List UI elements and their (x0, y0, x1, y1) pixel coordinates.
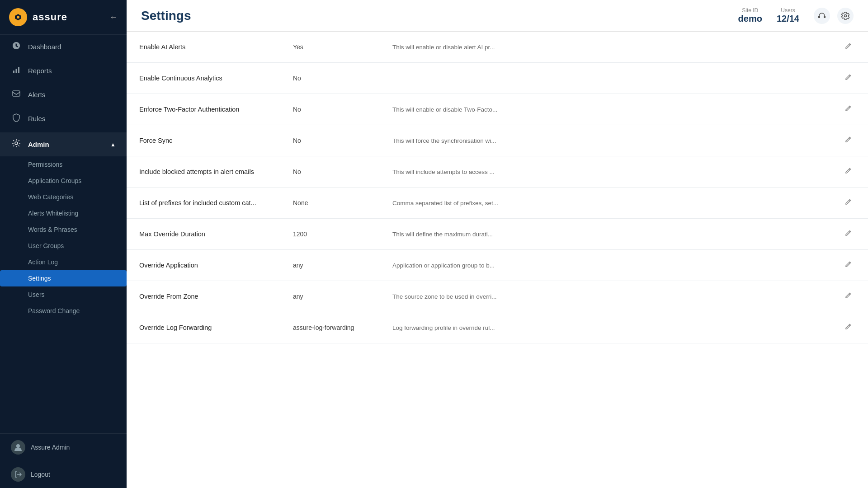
settings-button[interactable] (837, 8, 854, 24)
table-row: Override Application any Application or … (127, 250, 868, 281)
setting-value: 1200 (280, 219, 380, 250)
setting-name: Max Override Duration (127, 219, 280, 250)
topbar: Settings Site ID demo Users 12/14 (127, 0, 868, 32)
setting-description: The source zone to be used in overri... (380, 281, 828, 312)
table-row: Enable AI Alerts Yes This will enable or… (127, 32, 868, 63)
setting-description: Comma separated list of prefixes, set... (380, 188, 828, 219)
edit-button[interactable] (841, 321, 855, 334)
dashboard-icon (11, 41, 22, 52)
edit-button[interactable] (841, 197, 855, 209)
setting-description: This will force the synchronisation wi..… (380, 125, 828, 156)
svg-rect-6 (18, 67, 19, 73)
edit-button[interactable] (841, 228, 855, 240)
table-row: Force Sync No This will force the synchr… (127, 125, 868, 156)
edit-button[interactable] (841, 103, 855, 116)
user-avatar (11, 440, 25, 455)
users-stat: Users 12/14 (777, 7, 799, 24)
edit-button[interactable] (841, 290, 855, 303)
svg-point-8 (15, 142, 18, 145)
edit-button[interactable] (841, 259, 855, 272)
site-id-label: Site ID (738, 7, 762, 14)
svg-point-12 (844, 14, 847, 17)
setting-edit-cell (828, 156, 868, 188)
sidebar-logout-label: Logout (31, 471, 50, 478)
svg-rect-11 (824, 16, 826, 18)
svg-rect-7 (13, 91, 20, 96)
settings-table: Enable AI Alerts Yes This will enable or… (127, 32, 868, 343)
page-title: Settings (141, 9, 729, 23)
sidebar-item-reports[interactable]: Reports (0, 59, 127, 83)
setting-value: assure-log-forwarding (280, 312, 380, 343)
sidebar-item-reports-label: Reports (28, 67, 52, 75)
sidebar-item-alerts-label: Alerts (28, 91, 45, 99)
headset-button[interactable] (814, 8, 830, 24)
sidebar-item-permissions[interactable]: Permissions (0, 156, 127, 173)
setting-value: Yes (280, 32, 380, 63)
app-logo-text: assure (33, 11, 67, 23)
sidebar-item-user-groups[interactable]: User Groups (0, 238, 127, 254)
sidebar-item-dashboard-label: Dashboard (28, 43, 61, 51)
sidebar-item-users[interactable]: Users (0, 286, 127, 303)
setting-edit-cell (828, 94, 868, 125)
setting-value: any (280, 250, 380, 281)
setting-edit-cell (828, 281, 868, 312)
sidebar: assure ← Dashboard Reports (0, 0, 127, 488)
setting-description: Application or application group to b... (380, 250, 828, 281)
sidebar-logout-item[interactable]: Logout (0, 461, 127, 488)
setting-edit-cell (828, 188, 868, 219)
users-value: 12/14 (777, 14, 799, 24)
setting-value: No (280, 156, 380, 188)
sidebar-item-words-phrases[interactable]: Words & Phrases (0, 221, 127, 238)
sidebar-item-application-groups[interactable]: Application Groups (0, 173, 127, 189)
edit-button[interactable] (841, 72, 855, 84)
setting-value: any (280, 281, 380, 312)
setting-edit-cell (828, 219, 868, 250)
rules-icon (11, 113, 22, 124)
main-content: Settings Site ID demo Users 12/14 (127, 0, 868, 488)
sidebar-item-settings[interactable]: Settings (0, 270, 127, 286)
setting-description: This will enable or disable Two-Facto... (380, 94, 828, 125)
edit-button[interactable] (841, 134, 855, 147)
setting-edit-cell (828, 32, 868, 63)
admin-section: Admin ▲ Permissions Application Groups W… (0, 132, 127, 319)
admin-subnav: Permissions Application Groups Web Categ… (0, 156, 127, 319)
sidebar-item-password-change[interactable]: Password Change (0, 303, 127, 319)
admin-label: Admin (28, 141, 49, 148)
sidebar-item-dashboard[interactable]: Dashboard (0, 35, 127, 59)
svg-point-9 (16, 444, 20, 448)
sidebar-item-web-categories[interactable]: Web Categories (0, 189, 127, 205)
edit-button[interactable] (841, 165, 855, 178)
svg-rect-10 (818, 16, 820, 18)
sidebar-header: assure ← (0, 0, 127, 35)
setting-description (380, 63, 828, 94)
sidebar-item-rules[interactable]: Rules (0, 107, 127, 131)
setting-edit-cell (828, 63, 868, 94)
sidebar-user-item[interactable]: Assure Admin (0, 434, 127, 461)
table-row: Max Override Duration 1200 This will def… (127, 219, 868, 250)
sidebar-item-alerts-whitelisting[interactable]: Alerts Whitelisting (0, 205, 127, 221)
settings-tbody: Enable AI Alerts Yes This will enable or… (127, 32, 868, 343)
topbar-icons (814, 8, 854, 24)
setting-name: List of prefixes for included custom cat… (127, 188, 280, 219)
setting-name: Enable Continuous Analytics (127, 63, 280, 94)
setting-edit-cell (828, 250, 868, 281)
svg-rect-5 (16, 69, 17, 73)
sidebar-item-action-log[interactable]: Action Log (0, 254, 127, 270)
table-row: Override Log Forwarding assure-log-forwa… (127, 312, 868, 343)
setting-name: Force Sync (127, 125, 280, 156)
setting-name: Enable AI Alerts (127, 32, 280, 63)
admin-header[interactable]: Admin ▲ (0, 132, 127, 156)
setting-description: This will include attempts to access ... (380, 156, 828, 188)
setting-name: Include blocked attempts in alert emails (127, 156, 280, 188)
svg-point-2 (17, 16, 19, 19)
setting-value: No (280, 125, 380, 156)
edit-button[interactable] (841, 41, 855, 53)
site-id-stat: Site ID demo (738, 7, 762, 24)
admin-chevron-icon: ▲ (110, 141, 116, 148)
setting-description: This will enable or disable alert AI pr.… (380, 32, 828, 63)
settings-content: Enable AI Alerts Yes This will enable or… (127, 32, 868, 488)
topbar-info: Site ID demo Users 12/14 (738, 7, 854, 24)
users-label: Users (777, 7, 799, 14)
sidebar-collapse-button[interactable]: ← (109, 13, 118, 22)
sidebar-item-alerts[interactable]: Alerts (0, 83, 127, 107)
